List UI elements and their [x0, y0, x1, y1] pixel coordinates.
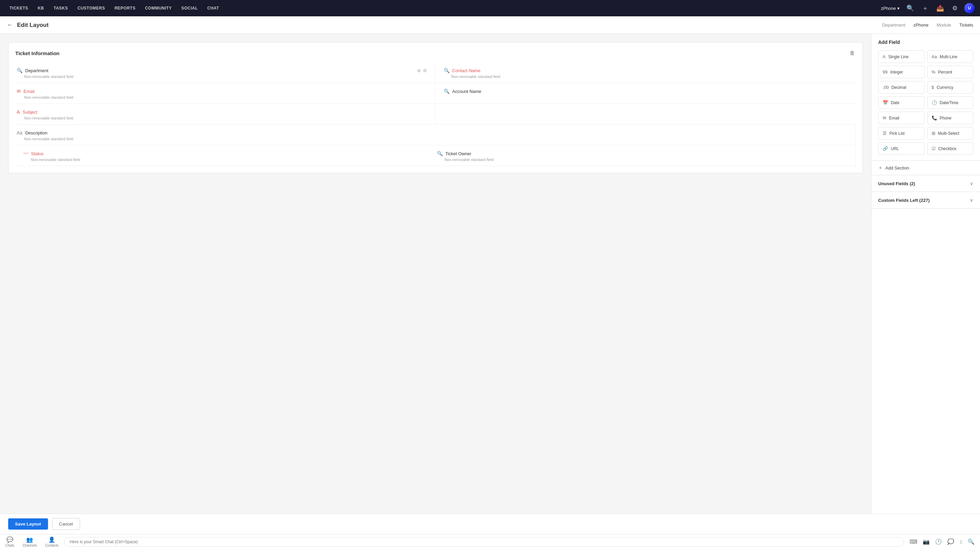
field-type-multi-line[interactable]: AaMulti-Line — [927, 50, 974, 63]
field-type-integer[interactable]: 99Integer — [878, 66, 924, 78]
sections-container: Ticket Information🗑🔍Department⊕⚙Non-remo… — [8, 42, 863, 173]
field-name-row-subject: ASubject — [17, 109, 427, 115]
field-label-subject: Subject — [22, 109, 37, 115]
field-item-subject[interactable]: ASubjectNon-removable standard field — [15, 104, 436, 125]
field-item-email[interactable]: ✉EmailNon-removable standard field — [15, 83, 436, 104]
nav-item-social[interactable]: SOCIAL — [177, 4, 202, 13]
nav-brand[interactable]: zPhone ▾ — [881, 6, 900, 11]
field-label-contact-name: Contact Name — [452, 68, 480, 73]
add-field-title: Add Field — [878, 40, 973, 45]
status-bar: 💬 Chats 👥 Channels 👤 Contacts ⌨ 📷 🕐 💭 ↕ … — [0, 534, 980, 549]
save-layout-button[interactable]: Save Layout — [8, 518, 48, 530]
field-icon-department: 🔍 — [17, 68, 22, 73]
field-icon-email: ✉ — [17, 89, 21, 94]
currency-label: Currency — [937, 85, 953, 90]
date-label: Date — [891, 100, 899, 105]
custom-fields-section[interactable]: Custom Fields Left (227) ∨ — [871, 192, 980, 209]
field-type-multiselect[interactable]: ⊞Multi-Select — [927, 127, 974, 140]
video-icon[interactable]: 📷 — [923, 538, 930, 545]
chat-bubble-icon[interactable]: 💭 — [947, 538, 954, 545]
field-name-row-contact-name: 🔍Contact Name — [444, 68, 850, 73]
notifications-icon[interactable]: 📤 — [935, 3, 945, 13]
email-label: Email — [889, 116, 899, 121]
nav-item-chat[interactable]: CHAT — [203, 4, 223, 13]
field-type-date[interactable]: 📅Date — [878, 96, 924, 109]
date-icon: 📅 — [883, 100, 888, 105]
picklist-label: Pick List — [889, 131, 905, 136]
department-value: zPhone — [913, 22, 929, 28]
main-layout: Ticket Information🗑🔍Department⊕⚙Non-remo… — [0, 34, 980, 514]
field-type-decimal[interactable]: .00Decimal — [878, 81, 924, 94]
add-section-plus-icon: ＋ — [878, 165, 883, 171]
field-item-description[interactable]: AaDescriptionNon-removable standard fiel… — [15, 125, 856, 145]
section-delete-icon[interactable]: 🗑 — [849, 49, 856, 57]
section-ticket-information: Ticket Information🗑🔍Department⊕⚙Non-remo… — [8, 42, 863, 173]
chats-icon: 💬 — [6, 536, 13, 543]
field-item-ticket-owner[interactable]: 🔍Ticket OwnerNon-removable standard fiel… — [436, 145, 856, 166]
url-icon: 🔗 — [883, 146, 888, 151]
chats-status-item[interactable]: 💬 Chats — [5, 536, 14, 547]
search-bottom-icon[interactable]: 🔍 — [968, 538, 975, 545]
nav-item-kb[interactable]: KB — [34, 4, 48, 13]
cancel-button[interactable]: Cancel — [52, 518, 80, 530]
field-type-datetime[interactable]: 🕐Date/Time — [927, 96, 974, 109]
brand-dropdown-icon[interactable]: ▾ — [897, 6, 900, 11]
field-actions-department: ⊕⚙ — [417, 68, 427, 73]
percent-label: Percent — [938, 70, 952, 75]
channels-label: Channels — [22, 544, 37, 547]
field-type-phone[interactable]: 📞Phone — [927, 112, 974, 124]
add-icon[interactable]: ＋ — [921, 3, 930, 14]
transfer-icon[interactable]: ↕ — [959, 539, 962, 545]
nav-item-reports[interactable]: REPORTS — [110, 4, 140, 13]
section-header-ticket-information: Ticket Information🗑 — [15, 49, 856, 57]
unused-fields-section[interactable]: Unused Fields (2) ∨ — [871, 175, 980, 192]
field-type-percent[interactable]: %Percent — [927, 66, 974, 78]
field-type-single-line[interactable]: ASingle Line — [878, 50, 924, 63]
channels-status-item[interactable]: 👥 Channels — [22, 536, 37, 547]
settings-icon[interactable]: ⚙ — [951, 3, 959, 13]
field-type-picklist[interactable]: ☰Pick List — [878, 127, 924, 140]
nav-item-customers[interactable]: CUSTOMERS — [73, 4, 109, 13]
field-item-department[interactable]: 🔍Department⊕⚙Non-removable standard fiel… — [15, 62, 436, 83]
field-move-icon[interactable]: ⊕ — [417, 68, 421, 73]
add-field-panel: Add Field ASingle LineAaMulti-Line99Inte… — [871, 34, 980, 161]
add-section-button[interactable]: ＋ Add Section — [871, 161, 980, 175]
nav-items: TICKETSKBTASKSCUSTOMERSREPORTSCOMMUNITYS… — [5, 4, 881, 13]
field-settings-icon[interactable]: ⚙ — [423, 68, 427, 73]
checkbox-icon: ☑ — [932, 146, 936, 151]
clock-icon[interactable]: 🕐 — [935, 538, 942, 545]
contacts-status-item[interactable]: 👤 Contacts — [45, 536, 58, 547]
field-type-currency[interactable]: $Currency — [927, 81, 974, 94]
status-bar-right: ⌨ 📷 🕐 💭 ↕ 🔍 — [910, 538, 975, 545]
sub-header: ← Edit Layout Department zPhone Module T… — [0, 16, 980, 34]
picklist-icon: ☰ — [883, 131, 887, 136]
nav-item-tasks[interactable]: TASKS — [49, 4, 72, 13]
search-icon[interactable]: 🔍 — [905, 3, 915, 13]
field-meta-subject: Non-removable standard field — [17, 116, 427, 120]
avatar[interactable]: U — [964, 3, 975, 13]
field-type-email[interactable]: ✉Email — [878, 112, 924, 124]
field-meta-status: Non-removable standard field — [24, 157, 430, 162]
field-item-status[interactable]: 〰StatusNon-removable standard field — [15, 145, 436, 166]
bottom-bar: Save Layout Cancel — [0, 514, 980, 534]
smart-chat-input[interactable] — [64, 537, 904, 547]
field-item-contact-name[interactable]: 🔍Contact NameNon-removable standard fiel… — [436, 62, 856, 83]
field-types-grid: ASingle LineAaMulti-Line99Integer%Percen… — [878, 50, 973, 155]
nav-item-community[interactable]: COMMUNITY — [141, 4, 176, 13]
field-item-account-name[interactable]: 🔍Account Name — [436, 83, 856, 104]
field-meta-email: Non-removable standard field — [17, 95, 427, 99]
contacts-icon: 👤 — [48, 536, 55, 543]
custom-fields-chevron-icon: ∨ — [970, 197, 973, 203]
back-button[interactable]: ← — [7, 21, 13, 29]
field-label-description: Description — [25, 130, 47, 135]
department-label: Department — [882, 22, 905, 28]
field-icon-description: Aa — [17, 130, 22, 135]
unused-fields-chevron-icon: ∨ — [970, 181, 973, 186]
field-type-url[interactable]: 🔗URL — [878, 142, 924, 155]
nav-item-tickets[interactable]: TICKETS — [5, 4, 32, 13]
field-type-checkbox[interactable]: ☑Checkbox — [927, 142, 974, 155]
nav-right: zPhone ▾ 🔍 ＋ 📤 ⚙ U — [881, 3, 975, 14]
field-name-row-ticket-owner: 🔍Ticket Owner — [437, 151, 847, 156]
url-label: URL — [891, 146, 899, 151]
keyboard-icon[interactable]: ⌨ — [910, 538, 917, 545]
